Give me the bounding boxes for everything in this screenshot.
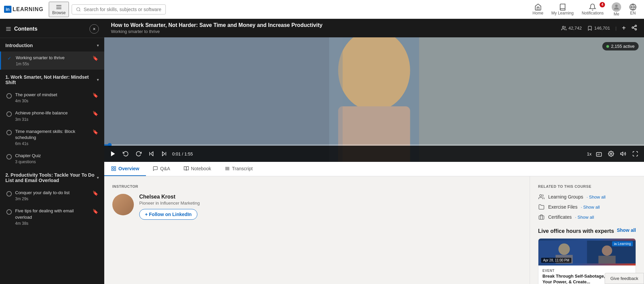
tab-qa-label: Q&A: [160, 166, 170, 171]
list-item[interactable]: Conquer your daily to-do list 3m 29s 🔖: [0, 186, 104, 205]
overview-left: INSTRUCTOR Chelsea Krost Pioneer in Infl…: [104, 176, 530, 284]
captions-button[interactable]: [594, 149, 604, 158]
overview-area: INSTRUCTOR Chelsea Krost Pioneer in Infl…: [104, 176, 644, 284]
skip-forward-button[interactable]: [159, 149, 169, 158]
list-item[interactable]: ✓ Working smarter to thrive 1m 55s 🔖: [0, 51, 104, 70]
tab-notebook[interactable]: Notebook: [177, 162, 218, 176]
chevron-down-icon: ▾: [97, 43, 99, 48]
tab-overview[interactable]: Overview: [104, 162, 146, 176]
skip-back-button[interactable]: [147, 149, 156, 158]
give-feedback-button[interactable]: Give feedback: [605, 273, 644, 284]
follow-linkedin-button[interactable]: + Follow on LinkedIn: [139, 209, 197, 220]
settings-button[interactable]: [606, 149, 616, 158]
item-title: Time management skills: Block scheduling: [15, 129, 88, 141]
tab-transcript[interactable]: Transcript: [218, 162, 260, 176]
list-item[interactable]: Time management skills: Block scheduling…: [0, 125, 104, 149]
svg-point-11: [562, 26, 564, 28]
me-nav[interactable]: Me: [608, 1, 624, 18]
sidebar-scroll[interactable]: Introduction ▾ ✓ Working smarter to thri…: [0, 38, 104, 284]
settings-icon: [608, 151, 614, 157]
play-button[interactable]: [108, 149, 118, 158]
share-button[interactable]: [631, 25, 637, 32]
learning-groups-show-all[interactable]: · Show all: [586, 194, 605, 200]
search-bar[interactable]: [72, 4, 166, 14]
volume-button[interactable]: [618, 149, 628, 158]
svg-point-3: [77, 7, 80, 11]
item-status: [6, 190, 12, 197]
live-show-all[interactable]: Show all: [617, 227, 636, 233]
list-item[interactable]: Chapter Quiz 3 questions: [0, 149, 104, 168]
item-content: Chapter Quiz 3 questions: [15, 153, 99, 164]
svg-point-14: [635, 29, 637, 30]
circle-icon: [6, 111, 12, 117]
section-header-mindset[interactable]: 1. Work Smarter, Not Harder: Mindset Shi…: [0, 70, 104, 88]
tab-overview-label: Overview: [118, 166, 139, 171]
play-icon: [110, 150, 116, 157]
svg-marker-30: [621, 152, 623, 156]
item-content: The power of mindset 4m 30s: [15, 92, 88, 103]
event-label: EVENT: [542, 269, 632, 273]
add-button[interactable]: +: [622, 24, 626, 32]
item-content: Achieve phone-life balance 3m 31s: [15, 110, 88, 121]
item-duration: 4m 30s: [15, 99, 88, 103]
rewind-button[interactable]: [121, 149, 130, 158]
chevron-down-icon: ▾: [97, 77, 99, 82]
home-nav[interactable]: Home: [529, 2, 547, 17]
active-count: 2,155 active: [611, 44, 635, 49]
search-input[interactable]: [84, 7, 161, 12]
fullscreen-icon: [632, 151, 638, 157]
section-title-mindset: 1. Work Smarter, Not Harder: Mindset Shi…: [5, 74, 97, 85]
list-item[interactable]: Five tips for dealing with email overloa…: [0, 205, 104, 229]
speed-button[interactable]: 1x: [587, 151, 592, 156]
svg-line-16: [633, 26, 635, 27]
svg-rect-22: [419, 37, 644, 162]
certificates-show-all[interactable]: · Show all: [575, 215, 594, 220]
globe-icon: [629, 3, 637, 11]
bookmark-icon[interactable]: 🔖: [92, 110, 99, 117]
circle-icon: [6, 130, 12, 135]
svg-line-15: [633, 28, 635, 29]
bookmark-icon[interactable]: 🔖: [92, 208, 99, 215]
circle-icon: [6, 93, 12, 99]
video-title: How to Work Smarter, Not Harder: Save Ti…: [111, 22, 323, 28]
instructor-avatar: [112, 194, 134, 215]
svg-line-4: [79, 10, 80, 11]
sidebar-close-button[interactable]: ×: [89, 24, 99, 34]
section-header-productivity[interactable]: 2. Productivity Tools: Tackle Your To Do…: [0, 168, 104, 186]
video-header-right: 42,742 146,701 | +: [561, 24, 637, 32]
circle-icon: [6, 191, 12, 197]
overview-icon: [111, 166, 116, 171]
me-label: Me: [614, 12, 619, 16]
fast-forward-button[interactable]: [134, 149, 143, 158]
browse-button[interactable]: Browse: [49, 2, 69, 17]
tab-qa[interactable]: Q&A: [146, 162, 177, 176]
section-header-intro[interactable]: Introduction ▾: [0, 38, 104, 51]
search-icon: [76, 7, 81, 12]
bookmark-icon[interactable]: 🔖: [92, 190, 99, 197]
item-duration: 3m 29s: [15, 197, 88, 201]
bookmark-icon[interactable]: 🔖: [92, 55, 99, 62]
video-header: How to Work Smarter, Not Harder: Save Ti…: [104, 19, 644, 37]
language-label: EN: [630, 11, 636, 15]
exercise-files-show-all[interactable]: · Show all: [581, 205, 600, 210]
notifications-nav[interactable]: 4 Notifications: [578, 2, 607, 17]
bookmark-icon[interactable]: 🔖: [92, 92, 99, 99]
language-nav[interactable]: EN: [626, 2, 640, 17]
instructor-name: Chelsea Krost: [139, 194, 200, 200]
item-status: [6, 153, 12, 159]
svg-point-43: [559, 244, 570, 255]
svg-rect-40: [539, 216, 544, 219]
video-controls: 0:01 / 1:55 1x: [104, 146, 644, 162]
item-title: Achieve phone-life balance: [15, 110, 88, 116]
item-status: [6, 92, 12, 99]
top-nav: in LEARNING Browse Home My Learning 4 No…: [0, 0, 644, 19]
bookmark-icon[interactable]: 🔖: [92, 129, 99, 135]
item-content: Time management skills: Block scheduling…: [15, 129, 88, 146]
svg-rect-21: [104, 37, 343, 162]
list-item[interactable]: The power of mindset 4m 30s 🔖: [0, 88, 104, 107]
related-learning-groups: Learning Groups: [548, 194, 583, 200]
users-icon: [538, 194, 545, 200]
my-learning-nav[interactable]: My Learning: [548, 2, 577, 17]
list-item[interactable]: Achieve phone-life balance 3m 31s 🔖: [0, 107, 104, 125]
fullscreen-button[interactable]: [631, 149, 640, 158]
